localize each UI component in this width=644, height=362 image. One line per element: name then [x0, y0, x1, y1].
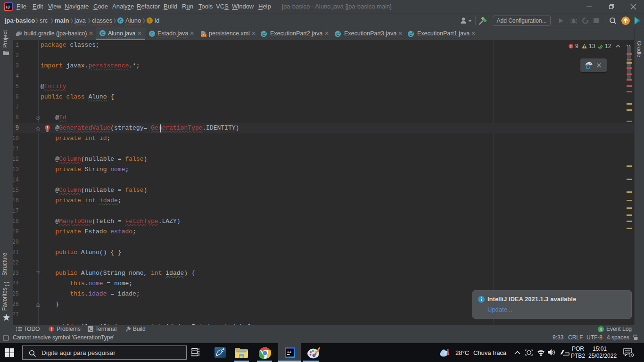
svg-text:4: 4	[600, 327, 602, 332]
svg-text:C: C	[101, 31, 104, 36]
svg-text:IJ: IJ	[6, 5, 10, 9]
svg-text:C: C	[119, 18, 122, 23]
svg-text:<?>: <?>	[201, 34, 206, 37]
svg-text:C: C	[150, 32, 154, 36]
svg-text:IJ: IJ	[287, 350, 292, 354]
svg-text:1: 1	[631, 354, 633, 357]
